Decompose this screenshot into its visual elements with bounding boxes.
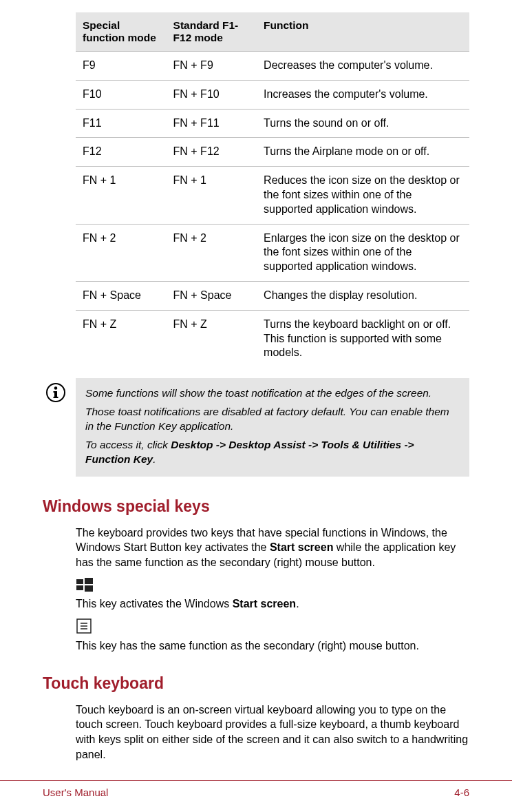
- table-cell: FN + 1: [167, 167, 257, 224]
- table-cell: Turns the sound on or off.: [257, 109, 469, 138]
- note-line-1: Some functions will show the toast notif…: [85, 386, 460, 401]
- section-windows-special-keys-body: The keyboard provides two keys that have…: [76, 525, 469, 654]
- info-icon: [45, 382, 66, 403]
- table-cell: Increases the computer's volume.: [257, 80, 469, 109]
- table-row: FN + ZFN + ZTurns the keyboard backlight…: [76, 310, 469, 367]
- table-row: F9FN + F9Decreases the computer's volume…: [76, 52, 469, 81]
- table-cell: FN + Z: [167, 310, 257, 367]
- footer-right: 4-6: [454, 787, 469, 798]
- page-footer: User's Manual 4-6: [0, 780, 512, 798]
- table-cell: FN + F12: [167, 138, 257, 167]
- table-cell: F9: [76, 52, 167, 81]
- note-line-3: To access it, click Desktop -> Desktop A…: [85, 438, 460, 467]
- table-cell: FN + F11: [167, 109, 257, 138]
- table-row: FN + 1FN + 1Reduces the icon size on the…: [76, 167, 469, 224]
- table-cell: FN + F9: [167, 52, 257, 81]
- info-note-box: Some functions will show the toast notif…: [76, 378, 469, 477]
- table-cell: FN + Space: [167, 281, 257, 310]
- table-row: FN + 2FN + 2Enlarges the icon size on th…: [76, 224, 469, 281]
- section-windows-special-keys-title: Windows special keys: [43, 497, 469, 516]
- application-key-icon: [76, 618, 469, 634]
- table-cell: FN + 2: [76, 224, 167, 281]
- svg-rect-6: [85, 578, 93, 584]
- page-content: Special function mode Standard F1-F12 mo…: [0, 0, 512, 762]
- table-row: FN + SpaceFN + SpaceChanges the display …: [76, 281, 469, 310]
- function-key-table: Special function mode Standard F1-F12 mo…: [76, 12, 469, 367]
- svg-point-1: [54, 386, 58, 390]
- svg-rect-5: [76, 579, 83, 584]
- table-cell: FN + F10: [167, 80, 257, 109]
- footer-left: User's Manual: [43, 787, 108, 798]
- table-cell: Turns the Airplane mode on or off.: [257, 138, 469, 167]
- svg-rect-8: [85, 585, 93, 592]
- table-cell: Enlarges the icon size on the desktop or…: [257, 224, 469, 281]
- svg-rect-4: [54, 397, 58, 398]
- table-row: F10FN + F10Increases the computer's volu…: [76, 80, 469, 109]
- note-line-2: Those toast notifications are disabled a…: [85, 405, 460, 434]
- svg-rect-3: [54, 391, 57, 393]
- function-key-table-wrap: Special function mode Standard F1-F12 mo…: [76, 12, 469, 477]
- win-keys-para-1: The keyboard provides two keys that have…: [76, 525, 469, 570]
- touch-keyboard-para-1: Touch keyboard is an on-screen virtual k…: [76, 702, 469, 762]
- table-cell: FN + 2: [167, 224, 257, 281]
- table-cell: Changes the display resolution.: [257, 281, 469, 310]
- table-cell: F10: [76, 80, 167, 109]
- table-cell: FN + Space: [76, 281, 167, 310]
- col-special: Special function mode: [76, 12, 167, 52]
- table-header-row: Special function mode Standard F1-F12 mo…: [76, 12, 469, 52]
- win-keys-para-2: This key activates the Windows Start scr…: [76, 596, 469, 612]
- table-cell: Turns the keyboard backlight on or off. …: [257, 310, 469, 367]
- table-cell: Decreases the computer's volume.: [257, 52, 469, 81]
- table-cell: FN + 1: [76, 167, 167, 224]
- table-cell: Reduces the icon size on the desktop or …: [257, 167, 469, 224]
- section-touch-keyboard-body: Touch keyboard is an on-screen virtual k…: [76, 702, 469, 762]
- section-touch-keyboard-title: Touch keyboard: [43, 674, 469, 693]
- col-standard: Standard F1-F12 mode: [167, 12, 257, 52]
- table-cell: F12: [76, 138, 167, 167]
- table-row: F11FN + F11Turns the sound on or off.: [76, 109, 469, 138]
- col-function: Function: [257, 12, 469, 52]
- table-cell: F11: [76, 109, 167, 138]
- win-keys-para-3: This key has the same function as the se…: [76, 638, 469, 654]
- windows-key-icon: [76, 577, 469, 592]
- table-cell: FN + Z: [76, 310, 167, 367]
- svg-rect-7: [76, 585, 83, 590]
- table-row: F12FN + F12Turns the Airplane mode on or…: [76, 138, 469, 167]
- table-body: F9FN + F9Decreases the computer's volume…: [76, 52, 469, 368]
